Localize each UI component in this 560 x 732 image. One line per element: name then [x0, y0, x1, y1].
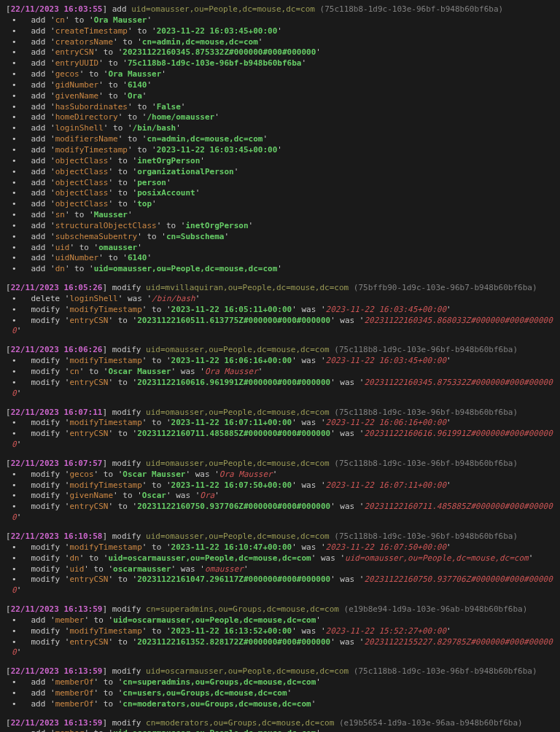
log-uuid: (75bffb90-1d9c-103e-96b7-b948b60bf6ba)	[349, 283, 537, 292]
bullet-icon: •	[12, 102, 31, 112]
log-item: • modify 'gecos' to 'Oscar Mausser' was …	[0, 470, 560, 480]
bullet-icon: •	[12, 688, 31, 698]
log-verb: modify	[112, 408, 146, 417]
item-verb: add	[31, 15, 51, 25]
item-verb: modify	[31, 542, 65, 552]
log-item: • add 'createTimestamp' to '2023-11-22 1…	[0, 26, 560, 37]
log-item: • modify 'entryCSN' to '20231122161352.8…	[0, 637, 560, 659]
item-attr: dn	[55, 264, 65, 273]
item-verb: modify	[31, 564, 65, 574]
item-new-value: 2023-11-22 16:03:45+00:00	[157, 26, 278, 36]
bullet-icon: •	[12, 378, 31, 387]
item-new-value: Ora Mausser	[94, 15, 147, 25]
log-item: • add 'uidNumber' to '6140'	[0, 253, 560, 264]
bullet-icon: •	[12, 677, 31, 687]
item-verb: add	[31, 253, 51, 262]
item-new-value: cn=Subschema	[166, 232, 224, 241]
bullet-icon: •	[12, 199, 31, 209]
log-item: • modify 'modifyTimestamp' to '2023-11-2…	[0, 480, 560, 491]
item-attr: structuralObjectClass	[55, 221, 157, 230]
log-item: • add 'objectClass' to 'posixAccount'	[0, 188, 560, 199]
bullet-icon: •	[12, 112, 31, 122]
item-attr: modifyTimestamp	[69, 418, 141, 427]
item-attr: modifyTimestamp	[69, 305, 141, 314]
log-item: • modify 'modifyTimestamp' to '2023-11-2…	[0, 626, 560, 637]
item-verb: modify	[31, 470, 65, 479]
item-verb: modify	[31, 502, 65, 511]
bullet-icon: •	[12, 626, 31, 636]
item-attr: objectClass	[55, 199, 109, 209]
item-new-value: inetOrgPerson	[185, 221, 248, 230]
log-item: • add 'creatorsName' to 'cn=admin,dc=mou…	[0, 37, 560, 48]
item-new-value: oscarmausser	[113, 564, 171, 574]
item-new-value: /bin/bash	[133, 123, 176, 133]
item-verb: modify	[31, 378, 65, 387]
log-timestamp: 22/11/2023 16:05:26	[11, 283, 103, 292]
item-new-value: Oscar Mausser	[108, 367, 171, 376]
item-new-value: posixAccount	[137, 188, 195, 198]
bullet-icon: •	[12, 575, 31, 584]
item-old-value: 2023-11-22 16:03:45+00:00	[326, 305, 447, 314]
bullet-icon: •	[12, 80, 31, 90]
item-attr: entryUUID	[55, 58, 99, 68]
log-item: • add 'entryUUID' to '75c118b8-1d9c-103e…	[0, 58, 560, 69]
item-attr: entryCSN	[69, 502, 108, 511]
bullet-icon: •	[12, 367, 31, 376]
log-block-header: [22/11/2023 16:13:59] modify uid=oscarma…	[0, 666, 560, 677]
log-item: • modify 'entryCSN' to '20231122160511.6…	[0, 316, 560, 338]
bullet-icon: •	[12, 243, 31, 252]
item-new-value: False	[157, 102, 181, 112]
item-verb: modify	[31, 429, 65, 438]
bullet-icon: •	[12, 221, 31, 230]
item-attr: objectClass	[55, 156, 109, 166]
item-verb: add	[31, 112, 51, 122]
log-item: • add 'gidNumber' to '6140'	[0, 80, 560, 91]
item-verb: modify	[31, 356, 65, 365]
item-attr: modifyTimestamp	[69, 356, 141, 365]
bullet-icon: •	[12, 178, 31, 187]
log-verb: modify	[112, 666, 146, 676]
item-attr: entryCSN	[55, 47, 94, 57]
item-verb: add	[31, 615, 51, 625]
log-item: • add 'memberOf' to 'cn=users,ou=Groups,…	[0, 688, 560, 699]
log-dn: uid=omausser,ou=People,dc=mouse,dc=com	[146, 532, 330, 541]
item-old-value: Ora Mausser	[219, 470, 273, 479]
log-item: • modify 'entryCSN' to '20231122160711.4…	[0, 429, 560, 451]
item-attr: loginShell	[55, 123, 104, 133]
item-attr: gidNumber	[55, 80, 99, 90]
log-dn: uid=omausser,ou=People,dc=mouse,dc=com	[131, 4, 315, 14]
log-block-header: [22/11/2023 16:05:26] modify uid=mvillaq…	[0, 283, 560, 294]
item-attr: modifyTimestamp	[69, 542, 141, 552]
item-verb: delete	[31, 294, 65, 303]
log-dn: uid=oscarmausser,ou=People,dc=mouse,dc=c…	[146, 666, 349, 676]
bullet-icon: •	[12, 264, 31, 273]
log-timestamp: 22/11/2023 16:07:11	[11, 408, 103, 417]
item-new-value: omausser	[98, 243, 137, 252]
bullet-icon: •	[12, 91, 31, 101]
log-timestamp: 22/11/2023 16:07:57	[11, 459, 103, 468]
item-verb: add	[31, 232, 51, 241]
item-new-value: 2023-11-22 16:03:45+00:00	[157, 145, 278, 155]
log-item: • add 'loginShell' to '/bin/bash'	[0, 123, 560, 134]
item-verb: add	[31, 145, 51, 155]
item-verb: add	[31, 91, 51, 101]
log-item: • add 'entryCSN' to '20231122160345.8753…	[0, 47, 560, 58]
log-item: • modify 'uid' to 'oscarmausser' was 'om…	[0, 564, 560, 575]
item-new-value: Ora Mausser	[109, 69, 162, 79]
item-attr: modifyTimestamp	[69, 480, 141, 490]
log-item: • add 'structuralObjectClass' to 'inetOr…	[0, 221, 560, 232]
log-uuid: (75c118b8-1d9c-103e-96bf-b948b60bf6ba)	[330, 345, 518, 354]
log-uuid: (75c118b8-1d9c-103e-96bf-b948b60bf6ba)	[349, 666, 537, 676]
log-item: • add 'member' to 'uid=oscarmausser,ou=P…	[0, 615, 560, 626]
item-verb: add	[31, 688, 51, 698]
log-block-header: [22/11/2023 16:07:57] modify uid=omausse…	[0, 459, 560, 470]
log-item: • add 'modifiersName' to 'cn=admin,dc=mo…	[0, 134, 560, 145]
item-old-value: 2023-11-22 16:07:11+00:00	[326, 480, 447, 490]
log-verb: modify	[112, 459, 146, 468]
item-verb: add	[31, 221, 51, 230]
item-verb: modify	[31, 491, 65, 500]
item-attr: loginShell	[69, 294, 117, 303]
item-verb: modify	[31, 637, 65, 647]
log-item: • add 'gecos' to 'Ora Mausser'	[0, 69, 560, 80]
item-verb: modify	[31, 480, 65, 490]
